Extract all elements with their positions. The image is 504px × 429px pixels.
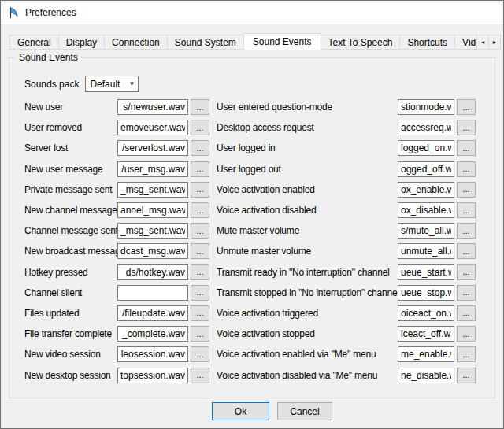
tab-connection[interactable]: Connection — [104, 35, 168, 50]
browse-button[interactable]: ... — [191, 140, 209, 156]
browse-button[interactable]: ... — [457, 285, 476, 301]
browse-button[interactable]: ... — [191, 202, 209, 218]
browse-button[interactable]: ... — [191, 326, 209, 342]
sound-file-input[interactable] — [117, 346, 188, 362]
sound-file-input[interactable] — [117, 305, 188, 321]
tab-general[interactable]: General — [9, 35, 59, 50]
sound-event-row-desktop-access-request: Desktop access request ... — [217, 117, 476, 138]
browse-button[interactable]: ... — [191, 182, 209, 198]
sound-event-row-mute-master-volume: Mute master volume ... — [217, 220, 476, 241]
browse-button[interactable]: ... — [457, 140, 476, 156]
browse-button[interactable]: ... — [457, 161, 476, 177]
browse-button[interactable]: ... — [457, 326, 476, 342]
sound-file-input[interactable] — [398, 368, 454, 383]
sound-file-input[interactable] — [398, 326, 454, 342]
sound-file-input[interactable] — [117, 264, 188, 280]
tab-display[interactable]: Display — [58, 35, 105, 50]
browse-button[interactable]: ... — [457, 346, 476, 362]
sound-event-label: Files updated — [24, 308, 117, 319]
browse-button[interactable]: ... — [457, 182, 476, 198]
sound-events-groupbox: Sound Events Sounds pack Default ▼ New u… — [9, 57, 495, 398]
cancel-button[interactable]: Cancel — [277, 402, 332, 420]
tab-label: Text To Speech — [328, 37, 393, 48]
tab-label: Sound System — [175, 37, 236, 48]
sound-event-label: Mute master volume — [217, 225, 398, 236]
browse-button[interactable]: ... — [457, 305, 476, 321]
tab-scroll-left-button[interactable]: ◄ — [476, 35, 489, 50]
sound-event-row-files-updated: Files updated ... — [24, 303, 209, 324]
browse-button[interactable]: ... — [191, 264, 209, 280]
sound-file-input[interactable] — [117, 202, 188, 218]
sound-file-input[interactable] — [117, 368, 188, 383]
sound-file-input[interactable] — [117, 120, 188, 135]
tab-sound-system[interactable]: Sound System — [167, 35, 244, 50]
browse-button[interactable]: ... — [191, 305, 209, 321]
sound-file-input[interactable] — [398, 120, 454, 135]
sounds-pack-select[interactable]: Default ▼ — [85, 76, 139, 92]
sound-file-input[interactable] — [117, 243, 188, 259]
sound-file-input[interactable] — [117, 182, 188, 198]
browse-button[interactable]: ... — [191, 99, 209, 115]
sound-file-input[interactable] — [117, 161, 188, 177]
browse-button[interactable]: ... — [457, 223, 476, 239]
sound-event-label: Voice activation disabled — [217, 205, 398, 216]
window-title: Preferences — [25, 7, 76, 18]
sound-event-label: Transmit ready in "No interruption" chan… — [217, 267, 398, 278]
sound-file-input[interactable] — [398, 161, 454, 177]
app-icon — [7, 6, 20, 19]
browse-button[interactable]: ... — [457, 99, 476, 115]
sound-file-input[interactable] — [117, 326, 188, 342]
sound-event-row-user-entered-question-mode: User entered question-mode ... — [217, 97, 476, 117]
sound-file-input[interactable] — [398, 305, 454, 321]
sound-file-input[interactable] — [398, 264, 454, 280]
sound-event-label: User logged in — [217, 142, 398, 153]
sound-event-row-new-desktop-session: New desktop session ... — [24, 364, 209, 385]
tab-sound-events[interactable]: Sound Events — [243, 33, 321, 50]
tab-shortcuts[interactable]: Shortcuts — [399, 35, 455, 50]
sound-file-input[interactable] — [117, 285, 188, 301]
sound-event-row-user-logged-out: User logged out ... — [217, 159, 476, 179]
sound-event-row-new-user: New user ... — [24, 97, 209, 117]
sound-event-label: New broadcast message — [24, 246, 117, 257]
browse-button[interactable]: ... — [191, 346, 209, 362]
sound-file-input[interactable] — [398, 99, 454, 115]
tab-video[interactable]: Video — [454, 35, 476, 50]
browse-button[interactable]: ... — [457, 202, 476, 218]
sound-file-input[interactable] — [117, 140, 188, 156]
browse-button[interactable]: ... — [191, 223, 209, 239]
browse-button[interactable]: ... — [191, 285, 209, 301]
sound-file-input[interactable] — [117, 223, 188, 239]
tab-label: General — [17, 37, 51, 48]
sound-file-input[interactable] — [398, 182, 454, 198]
sound-file-input[interactable] — [398, 285, 454, 301]
sound-event-label: Desktop access request — [217, 122, 398, 133]
sound-event-row-new-broadcast-message: New broadcast message ... — [24, 241, 209, 261]
sound-event-row-new-channel-message: New channel message ... — [24, 200, 209, 220]
browse-button[interactable]: ... — [457, 368, 476, 383]
sound-file-input[interactable] — [398, 243, 454, 259]
browse-button[interactable]: ... — [191, 161, 209, 177]
tab-scrollers: ◄ ► — [477, 35, 501, 50]
sound-event-row-channel-silent: Channel silent ... — [24, 283, 209, 303]
ok-button[interactable]: Ok — [212, 402, 269, 420]
sound-event-label: Server lost — [24, 142, 117, 153]
browse-button[interactable]: ... — [457, 120, 476, 135]
sound-event-row-new-video-session: New video session ... — [24, 344, 209, 364]
groupbox-legend: Sound Events — [16, 52, 81, 63]
sound-file-input[interactable] — [398, 202, 454, 218]
sound-event-row-server-lost: Server lost ... — [24, 138, 209, 158]
sound-file-input[interactable] — [398, 140, 454, 156]
browse-button[interactable]: ... — [457, 264, 476, 280]
sound-file-input[interactable] — [398, 346, 454, 362]
sound-event-label: Voice activation disabled via "Me" menu — [217, 370, 398, 381]
tab-scroll-right-button[interactable]: ► — [488, 35, 501, 50]
sound-event-label: Transmit stopped in "No interruption" ch… — [217, 287, 398, 298]
tab-text-to-speech[interactable]: Text To Speech — [321, 35, 401, 50]
browse-button[interactable]: ... — [191, 120, 209, 135]
sound-file-input[interactable] — [117, 99, 188, 115]
sound-file-input[interactable] — [398, 223, 454, 239]
browse-button[interactable]: ... — [191, 368, 209, 383]
browse-button[interactable]: ... — [191, 243, 209, 259]
sound-event-label: New desktop session — [24, 370, 117, 381]
browse-button[interactable]: ... — [457, 243, 476, 259]
